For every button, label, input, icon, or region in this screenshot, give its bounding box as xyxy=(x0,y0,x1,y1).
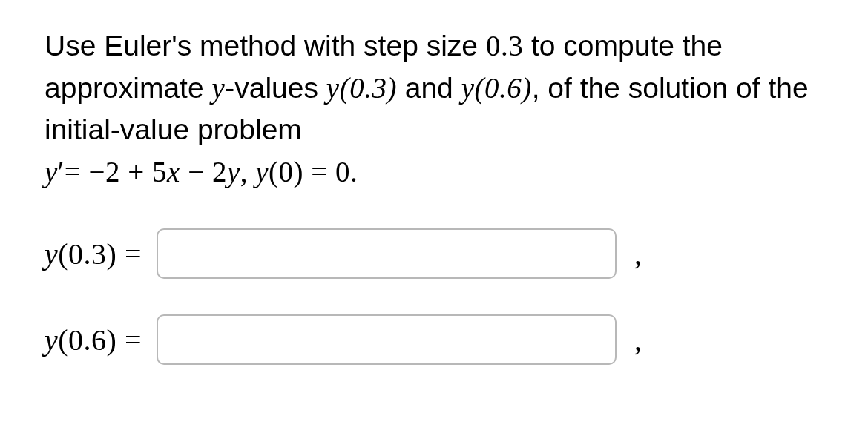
answer-label-1: y(0.3) = xyxy=(45,237,142,271)
text-fragment: and xyxy=(397,72,461,104)
label-y: y xyxy=(45,237,58,271)
eq-x: x xyxy=(167,156,180,188)
label-arg: (0.3) = xyxy=(58,237,142,271)
eq-rhs-minus: − 2 xyxy=(180,156,227,188)
label-arg: (0.6) = xyxy=(58,323,142,357)
y-of-0-6: y(0.6) xyxy=(461,72,532,104)
eq-ic-y: y xyxy=(255,156,269,188)
answer-input-y-0-6[interactable] xyxy=(157,314,617,365)
trailing-comma: , xyxy=(634,237,642,271)
eq-prime: ′ xyxy=(58,156,65,188)
answer-input-y-0-3[interactable] xyxy=(157,228,617,279)
text-fragment: -values xyxy=(225,72,326,104)
answer-row-2: y(0.6) = , xyxy=(45,314,831,365)
text-fragment: Use Euler's method with step size xyxy=(45,30,486,62)
eq-equals: = xyxy=(65,156,89,188)
problem-statement: Use Euler's method with step size 0.3 to… xyxy=(45,25,831,193)
variable-y: y xyxy=(211,72,225,104)
eq-separator: , xyxy=(240,156,256,188)
eq-lhs-y: y xyxy=(45,156,58,188)
label-y: y xyxy=(45,323,58,357)
y-of-0-3: y(0.3) xyxy=(326,72,397,104)
eq-ic-value: (0) = 0. xyxy=(269,156,358,188)
trailing-comma: , xyxy=(634,323,642,357)
step-size-value: 0.3 xyxy=(486,30,523,62)
problem-container: Use Euler's method with step size 0.3 to… xyxy=(0,0,868,423)
eq-rhs-const: −2 + 5 xyxy=(89,156,168,188)
answer-label-2: y(0.6) = xyxy=(45,323,142,357)
eq-y: y xyxy=(227,156,240,188)
answer-row-1: y(0.3) = , xyxy=(45,228,831,279)
